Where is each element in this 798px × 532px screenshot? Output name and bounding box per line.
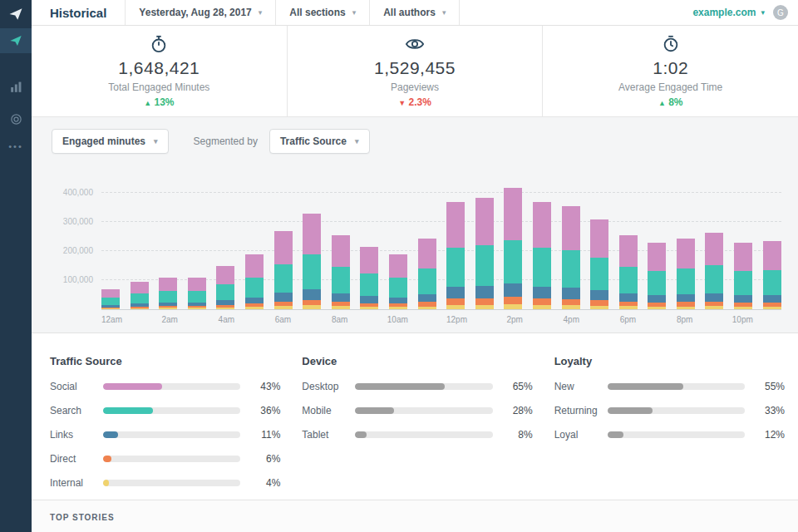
date-range-value: Yesterday, Aug 28, 2017 <box>139 7 251 18</box>
bar-segment-social <box>734 243 752 272</box>
stacked-bar-6pm <box>619 179 638 309</box>
progress-fill <box>103 431 118 438</box>
domain-selector[interactable]: example.com ▾ <box>684 0 773 25</box>
bar-segment-social <box>619 235 638 267</box>
x-axis-tick <box>418 315 436 324</box>
row-value: 6% <box>252 453 280 465</box>
authors-dropdown[interactable]: All authors ▾ <box>369 0 460 25</box>
bar-segment-internal <box>274 306 293 309</box>
stacked-bar-2am <box>159 179 177 309</box>
x-axis-tick <box>245 315 264 324</box>
bar-segment-internal <box>533 305 551 309</box>
brand-logo-icon <box>0 0 32 28</box>
bar-segment-social <box>216 266 234 285</box>
sidebar-more-icon[interactable]: ••• <box>8 141 23 151</box>
bar-segment-links <box>389 298 407 303</box>
bar-segment-internal <box>101 308 120 309</box>
bar-segment-internal <box>418 307 436 309</box>
stacked-bar-10pm <box>734 179 752 309</box>
bar-segment-search <box>533 248 551 286</box>
row-value: 65% <box>505 381 533 392</box>
x-axis-tick: 12am <box>101 315 122 324</box>
breakdown-panels: Traffic Source Social43%Search36%Links11… <box>32 333 798 500</box>
bar-segment-social <box>677 239 695 269</box>
stacked-bar-5am <box>245 179 264 309</box>
breakdown-row-tablet: Tablet8% <box>302 429 532 441</box>
x-axis-tick <box>189 315 207 324</box>
row-label: Search <box>50 405 103 416</box>
bar-segment-search <box>475 245 494 285</box>
panel-device: Device Desktop65%Mobile28%Tablet8% <box>302 355 532 500</box>
breakdown-row-new: New55% <box>554 381 785 392</box>
bar-segment-search <box>763 270 781 295</box>
bar-segment-links <box>245 298 264 303</box>
breakdown-row-desktop: Desktop65% <box>302 381 532 392</box>
row-label: Direct <box>50 453 103 465</box>
progress-track <box>355 383 492 390</box>
x-axis-tick: 8pm <box>676 315 694 324</box>
bar-segment-search <box>389 278 407 298</box>
x-axis-tick <box>477 315 495 324</box>
bar-segment-links <box>475 286 494 298</box>
bar-segment-links <box>590 290 608 300</box>
bar-segment-social <box>418 239 436 269</box>
row-label: New <box>554 381 608 392</box>
sidebar: ••• <box>0 0 32 532</box>
progress-track <box>608 407 745 414</box>
row-value: 33% <box>756 405 785 416</box>
progress-fill <box>103 480 109 486</box>
bar-segment-links <box>533 287 551 298</box>
bar-segment-social <box>562 206 580 250</box>
triangle-up-icon: ▲ <box>144 99 151 107</box>
chevron-down-icon: ▾ <box>154 137 158 145</box>
stopwatch-icon <box>150 35 168 55</box>
progress-fill <box>355 383 444 390</box>
sidebar-item-overview[interactable] <box>0 106 32 131</box>
bar-segment-search <box>245 278 264 298</box>
progress-track <box>103 431 240 438</box>
bar-segment-internal <box>360 307 378 309</box>
bar-segment-social <box>360 247 378 273</box>
chevron-down-icon: ▾ <box>355 137 359 145</box>
segment-value: Traffic Source <box>280 135 347 147</box>
row-label: Mobile <box>302 405 355 416</box>
bar-segment-links <box>504 283 522 297</box>
sidebar-item-realtime[interactable] <box>0 28 32 53</box>
x-axis-tick <box>590 315 608 324</box>
bar-segment-internal <box>590 306 608 309</box>
progress-fill <box>608 431 624 438</box>
stacked-bar-8am <box>332 179 350 309</box>
stat-value: 1,648,421 <box>118 58 200 78</box>
bar-segment-links <box>303 289 321 300</box>
bar-segment-internal <box>677 307 695 309</box>
paper-plane-icon <box>9 34 22 47</box>
progress-track <box>608 383 745 390</box>
bar-segment-internal <box>504 304 522 309</box>
row-label: Returning <box>554 405 608 416</box>
metric-dropdown[interactable]: Engaged minutes ▾ <box>52 129 169 154</box>
stacked-bar-4pm <box>562 179 580 309</box>
bar-segment-social <box>303 214 321 255</box>
breakdown-row-returning: Returning33% <box>554 405 785 416</box>
app-window: ••• Historical Yesterday, Aug 28, 2017 ▾… <box>0 0 798 532</box>
bar-segment-internal <box>562 305 580 309</box>
triangle-down-icon: ▼ <box>398 99 406 107</box>
bar-segment-links <box>619 293 638 302</box>
x-axis-tick <box>704 315 722 324</box>
segmented-by-label: Segmented by <box>194 135 258 147</box>
bar-segment-social <box>159 278 177 292</box>
avatar[interactable]: G <box>773 5 788 20</box>
segment-dropdown[interactable]: Traffic Source ▾ <box>269 129 370 154</box>
chart-x-axis: 12am2am4am6am8am10am12pm2pm4pm6pm8pm10pm <box>101 315 781 324</box>
bar-segment-social <box>101 289 120 298</box>
sections-dropdown[interactable]: All sections ▾ <box>275 0 370 25</box>
metric-value: Engaged minutes <box>62 135 145 147</box>
bar-segment-search <box>648 271 666 295</box>
progress-track <box>103 407 240 414</box>
sidebar-item-historical[interactable] <box>0 75 32 100</box>
bar-segment-links <box>734 295 752 303</box>
bar-segment-social <box>274 231 293 265</box>
x-axis-tick: 12pm <box>446 315 467 324</box>
stacked-bar-4am <box>216 179 234 309</box>
date-range-dropdown[interactable]: Yesterday, Aug 28, 2017 ▾ <box>125 0 276 25</box>
